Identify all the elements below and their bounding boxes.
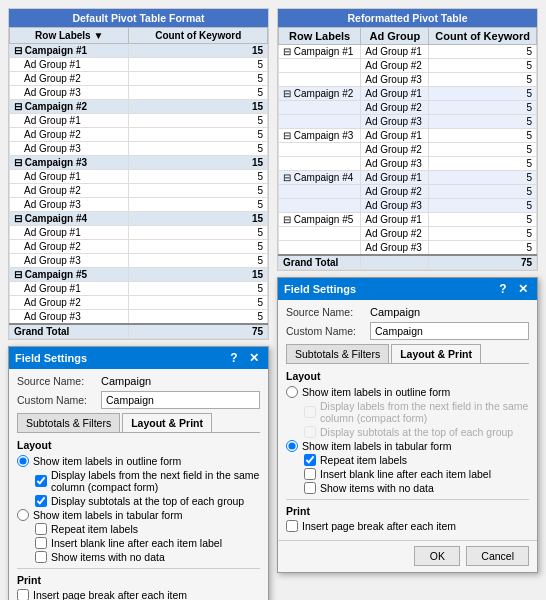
right-dialog-footer: OK Cancel xyxy=(278,540,537,572)
right-check-subtotals[interactable] xyxy=(304,426,316,438)
left-check-compact[interactable] xyxy=(35,475,47,487)
left-pivot-col2[interactable]: Count of Keyword xyxy=(129,28,268,44)
left-check-compact-row: Display labels from the next field in th… xyxy=(35,469,260,493)
table-row: 75 xyxy=(429,255,537,270)
right-check-compact-row: Display labels from the next field in th… xyxy=(304,400,529,424)
right-source-value: Campaign xyxy=(370,306,420,318)
left-radio-tabular-label: Show item labels in tabular form xyxy=(33,509,182,521)
left-check-pagebreak[interactable] xyxy=(17,589,29,600)
left-custom-name-input[interactable] xyxy=(101,391,260,409)
table-row xyxy=(279,157,361,171)
table-row: ⊟ Campaign #2 xyxy=(279,87,361,101)
table-row: 5 xyxy=(129,198,268,212)
left-check-repeat-label: Repeat item labels xyxy=(51,523,138,535)
right-pivot-col3[interactable]: Count of Keyword xyxy=(429,28,537,45)
left-check-nodata-label: Show items with no data xyxy=(51,551,165,563)
right-panel: Reformatted Pivot Table Row Labels Ad Gr… xyxy=(277,8,538,600)
table-row: 5 xyxy=(429,241,537,256)
table-row xyxy=(279,143,361,157)
left-custom-label: Custom Name: xyxy=(17,394,97,406)
right-pivot-col2[interactable]: Ad Group xyxy=(361,28,429,45)
left-check-repeat[interactable] xyxy=(35,523,47,535)
table-row: Ad Group #3 xyxy=(361,115,429,129)
table-row: Ad Group #2 xyxy=(10,184,129,198)
table-row: 5 xyxy=(129,170,268,184)
left-pivot-title: Default Pivot Table Format xyxy=(9,9,268,27)
right-custom-label: Custom Name: xyxy=(286,325,366,337)
table-row: ⊟ Campaign #4 xyxy=(10,212,129,226)
table-row: Grand Total xyxy=(279,255,361,270)
right-custom-name-input[interactable] xyxy=(370,322,529,340)
right-pivot-table: Reformatted Pivot Table Row Labels Ad Gr… xyxy=(277,8,538,271)
left-dialog-tabs: Subtotals & Filters Layout & Print xyxy=(17,413,260,433)
left-radio-outline-label: Show item labels in outline form xyxy=(33,455,181,467)
table-row: Ad Group #2 xyxy=(361,59,429,73)
right-check-blank[interactable] xyxy=(304,468,316,480)
table-row: ⊟ Campaign #1 xyxy=(279,45,361,59)
right-check-repeat[interactable] xyxy=(304,454,316,466)
left-dialog-body: Source Name: Campaign Custom Name: Subto… xyxy=(9,369,268,600)
left-tab-layout[interactable]: Layout & Print xyxy=(122,413,212,432)
table-row: 15 xyxy=(129,100,268,114)
left-pivot-col1[interactable]: Row Labels ▼ xyxy=(10,28,129,44)
table-row: 5 xyxy=(129,240,268,254)
left-check-subtotals[interactable] xyxy=(35,495,47,507)
right-radio-outline-label: Show item labels in outline form xyxy=(302,386,450,398)
table-row: Ad Group #2 xyxy=(10,128,129,142)
right-tab-subtotals[interactable]: Subtotals & Filters xyxy=(286,344,389,363)
table-row: 5 xyxy=(429,171,537,185)
table-row: 5 xyxy=(129,72,268,86)
left-dialog-help[interactable]: ? xyxy=(226,351,242,365)
table-row: 15 xyxy=(129,212,268,226)
table-row: 5 xyxy=(129,114,268,128)
right-check-compact[interactable] xyxy=(304,406,316,418)
table-row: Ad Group #3 xyxy=(10,254,129,268)
right-dialog-close[interactable]: ✕ xyxy=(515,282,531,296)
right-field-settings-dialog: Field Settings ? ✕ Source Name: Campaign… xyxy=(277,277,538,573)
right-radio-outline-row: Show item labels in outline form xyxy=(286,386,529,398)
right-radio-outline[interactable] xyxy=(286,386,298,398)
left-check-nodata[interactable] xyxy=(35,551,47,563)
table-row: Ad Group #1 xyxy=(361,213,429,227)
table-row: 5 xyxy=(129,310,268,325)
table-row: 5 xyxy=(429,59,537,73)
left-dialog-close[interactable]: ✕ xyxy=(246,351,262,365)
right-dialog-body: Source Name: Campaign Custom Name: Subto… xyxy=(278,300,537,540)
table-row: 5 xyxy=(429,185,537,199)
right-check-nodata[interactable] xyxy=(304,482,316,494)
right-radio-tabular-label: Show item labels in tabular form xyxy=(302,440,451,452)
table-row: 5 xyxy=(429,101,537,115)
left-panel: Default Pivot Table Format Row Labels ▼ … xyxy=(8,8,269,600)
table-row: Ad Group #3 xyxy=(361,241,429,256)
right-tab-layout[interactable]: Layout & Print xyxy=(391,344,481,363)
table-row xyxy=(279,241,361,256)
left-outline-sub: Display labels from the next field in th… xyxy=(35,469,260,507)
table-row: 5 xyxy=(429,115,537,129)
table-row: 5 xyxy=(429,143,537,157)
table-row xyxy=(279,115,361,129)
left-check-pagebreak-label: Insert page break after each item xyxy=(33,589,187,600)
left-radio-tabular[interactable] xyxy=(17,509,29,521)
right-pivot-col1[interactable]: Row Labels xyxy=(279,28,361,45)
table-row: Ad Group #3 xyxy=(361,73,429,87)
left-check-blank-row: Insert blank line after each item label xyxy=(35,537,260,549)
right-dialog-title: Field Settings xyxy=(284,283,356,295)
left-tab-subtotals[interactable]: Subtotals & Filters xyxy=(17,413,120,432)
table-row: Ad Group #3 xyxy=(10,86,129,100)
right-radio-tabular[interactable] xyxy=(286,440,298,452)
left-check-blank[interactable] xyxy=(35,537,47,549)
right-ok-button[interactable]: OK xyxy=(414,546,460,566)
table-row: 15 xyxy=(129,44,268,58)
left-check-blank-label: Insert blank line after each item label xyxy=(51,537,222,549)
table-row: Ad Group #1 xyxy=(10,282,129,296)
right-outline-sub: Display labels from the next field in th… xyxy=(304,400,529,438)
right-check-pagebreak[interactable] xyxy=(286,520,298,532)
right-check-subtotals-row: Display subtotals at the top of each gro… xyxy=(304,426,529,438)
table-row: Ad Group #2 xyxy=(361,227,429,241)
left-radio-outline[interactable] xyxy=(17,455,29,467)
left-layout-title: Layout xyxy=(17,439,260,451)
right-dialog-help[interactable]: ? xyxy=(495,282,511,296)
left-field-settings-dialog: Field Settings ? ✕ Source Name: Campaign… xyxy=(8,346,269,600)
right-cancel-button[interactable]: Cancel xyxy=(466,546,529,566)
left-check-sub: Repeat item labels xyxy=(35,523,260,535)
